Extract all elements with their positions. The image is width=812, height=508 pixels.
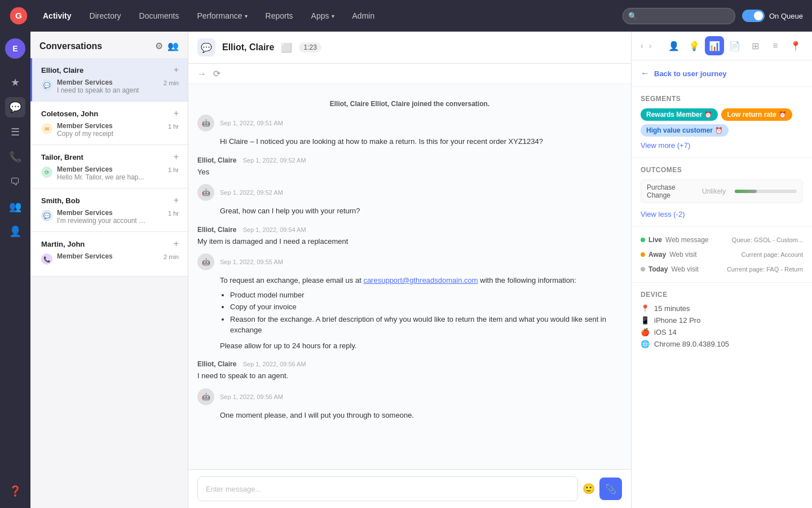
on-queue-toggle[interactable]: On Queue: [742, 10, 803, 22]
conv-item-0[interactable]: Elliot, Claire + 💬 Member Services I nee…: [30, 58, 188, 102]
conversations-list: Elliot, Claire + 💬 Member Services I nee…: [30, 58, 188, 508]
segment-label-1: Low return rate: [727, 111, 776, 119]
segment-tag-0[interactable]: Rewards Member ⏰: [641, 108, 718, 121]
msg-timestamp-1: Sep 1, 2022, 09:51 AM: [220, 120, 283, 126]
conv-preview-3: I'm reviewing your account n...: [57, 217, 147, 225]
conv-item-2[interactable]: Tailor, Brent + ⟳ Member Services Hello …: [30, 145, 188, 189]
nav-item-performance[interactable]: Performance ▾: [189, 7, 255, 25]
user-msg-name-6: Elliot, Claire: [197, 360, 236, 368]
sidebar-item-messages[interactable]: 🗨: [5, 172, 25, 192]
logo[interactable]: G: [9, 6, 28, 25]
outcome-bar-wrap-0: [735, 190, 797, 193]
nav-item-directory[interactable]: Directory: [82, 7, 129, 25]
conv-add-btn-1[interactable]: +: [174, 108, 179, 119]
conversations-agents-icon[interactable]: 👥: [167, 41, 179, 51]
user-msg-timestamp-6: Sep 1, 2022, 09:56 AM: [243, 361, 306, 367]
nav-item-reports[interactable]: Reports: [258, 7, 301, 25]
rp-tab-list[interactable]: ≡: [766, 36, 785, 55]
device-browser: Chrome 89.0.4389.105: [654, 340, 729, 348]
conv-add-btn-3[interactable]: +: [174, 195, 179, 205]
profile-icon: 👤: [668, 41, 679, 51]
conv-item-1[interactable]: Coletosen, John + ✉ Member Services Copy…: [30, 102, 188, 145]
bullet-1: Copy of your invoice: [230, 301, 622, 313]
search-input[interactable]: [623, 8, 735, 24]
apps-arrow-icon: ▾: [332, 13, 334, 19]
conv-queue-3: Member Services: [57, 209, 161, 217]
sidebar-item-people[interactable]: 👤: [5, 221, 25, 242]
rp-tab-lightbulb[interactable]: 💡: [685, 36, 704, 55]
nav-item-apps[interactable]: Apps ▾: [303, 7, 342, 25]
sidebar-item-contacts[interactable]: 👥: [5, 196, 25, 217]
nav-item-activity[interactable]: Activity: [35, 7, 80, 25]
conv-item-4[interactable]: Martin, John + 📞 Member Services 2 min: [30, 232, 188, 277]
conv-add-btn-4[interactable]: +: [174, 239, 179, 249]
rp-tab-document[interactable]: 📄: [725, 36, 744, 55]
conv-channel-icon-2: ⟳: [41, 167, 52, 178]
conv-channel-icon-3: 💬: [41, 210, 52, 221]
conv-preview-1: Copy of my receipt: [57, 130, 147, 138]
chat-toolbar: → ⟳: [188, 64, 631, 84]
user-avatar[interactable]: E: [5, 38, 25, 59]
on-queue-label: On Queue: [769, 12, 803, 20]
sidebar-item-help[interactable]: ❓: [5, 481, 25, 501]
right-panel-content: ← Back to user journey Segments Rewards …: [632, 60, 812, 508]
segment-tag-2[interactable]: High value customer ⏰: [641, 124, 729, 137]
chat-toolbar-arrow-icon[interactable]: →: [197, 69, 206, 79]
msg-bubble-1: Hi Claire – I noticed you are looking at…: [220, 136, 622, 147]
right-panel-tabs: ‹ › 👤 💡 📊 📄 ⊞ ≡: [632, 32, 812, 60]
device-apple-icon: 🍎: [641, 328, 650, 336]
rp-nav-right-icon[interactable]: ›: [647, 39, 654, 52]
chat-toolbar-refresh-icon[interactable]: ⟳: [213, 68, 220, 79]
presence-channel-0: Web message: [665, 236, 708, 244]
presence-status-1: Away: [648, 251, 666, 259]
rp-tab-location[interactable]: 📍: [786, 36, 805, 55]
conversations-settings-icon[interactable]: ⚙: [155, 41, 163, 51]
device-row-0: 📍 15 minutes: [641, 304, 803, 313]
agent-avatar-3: 🤖: [197, 184, 214, 201]
conv-item-3[interactable]: Smith, Bob + 💬 Member Services I'm revie…: [30, 189, 188, 232]
segment-tag-1[interactable]: Low return rate ⏰: [721, 108, 792, 121]
nav-item-admin[interactable]: Admin: [345, 7, 383, 25]
back-to-user-journey-button[interactable]: ← Back to user journey: [632, 60, 812, 87]
chat-header-copy-icon[interactable]: ⬜: [281, 42, 292, 53]
view-less-link[interactable]: View less (-2): [641, 210, 685, 218]
chat-message-input[interactable]: [197, 476, 578, 501]
device-row-1: 📱 iPhone 12 Pro: [641, 316, 803, 325]
conv-add-btn-2[interactable]: +: [174, 152, 179, 162]
msg-timestamp-5: Sep 1, 2022, 09:55 AM: [220, 259, 283, 265]
view-more-link[interactable]: View more (+7): [641, 141, 690, 150]
segments-title: Segments: [641, 95, 803, 103]
message-group-1: 🤖 Sep 1, 2022, 09:51 AM Hi Claire – I no…: [197, 115, 622, 147]
user-message-2: Elliot, Claire Sep 1, 2022, 09:52 AM Yes: [197, 156, 622, 178]
rp-tab-grid[interactable]: ⊞: [745, 36, 765, 55]
sidebar-item-star[interactable]: ★: [5, 72, 25, 93]
right-panel: ‹ › 👤 💡 📊 📄 ⊞ ≡: [632, 32, 812, 508]
presence-section: Live Web message Queue: GSOL - Custom...…: [632, 227, 812, 283]
presence-row-1: Away Web visit Current page: Account: [641, 247, 803, 262]
conv-preview-0: I need to speak to an agent: [57, 86, 147, 94]
chat-send-button[interactable]: 📎: [599, 478, 622, 500]
sidebar-item-phone[interactable]: 📞: [5, 147, 25, 167]
rp-tab-chart[interactable]: 📊: [705, 36, 724, 55]
emoji-icon[interactable]: 🙂: [582, 483, 595, 495]
user-msg-text-4: My item is damaged and I need a replacem…: [197, 236, 622, 247]
rp-tab-profile[interactable]: 👤: [664, 36, 683, 55]
device-section: Device 📍 15 minutes 📱 iPhone 12 Pro 🍎 iO…: [632, 283, 812, 360]
conv-time-4: 2 min: [164, 253, 179, 260]
nav-item-documents[interactable]: Documents: [131, 7, 187, 25]
sidebar-item-chat[interactable]: 💬: [5, 97, 25, 117]
message-group-3: 🤖 Sep 1, 2022, 09:52 AM Great, how can I…: [197, 184, 622, 217]
conv-add-btn-0[interactable]: +: [174, 65, 179, 75]
rp-nav-left-icon[interactable]: ‹: [638, 39, 646, 52]
device-browser-icon: 🌐: [641, 340, 650, 348]
segments-list: Rewards Member ⏰ Low return rate ⏰ High …: [641, 108, 803, 137]
performance-arrow-icon: ▾: [245, 13, 248, 19]
device-location-icon: 📍: [641, 304, 650, 313]
topnav-right: 🔍 On Queue: [623, 8, 803, 24]
toggle-switch[interactable]: [742, 10, 765, 22]
device-title: Device: [641, 291, 803, 299]
conv-preview-4: [57, 260, 147, 269]
sidebar-item-inbox[interactable]: ☰: [5, 122, 25, 142]
email-link[interactable]: caresupport@gthreadsdomain.com: [363, 276, 478, 284]
chat-header: 💬 Elliot, Claire ⬜ 1:23: [188, 32, 631, 64]
